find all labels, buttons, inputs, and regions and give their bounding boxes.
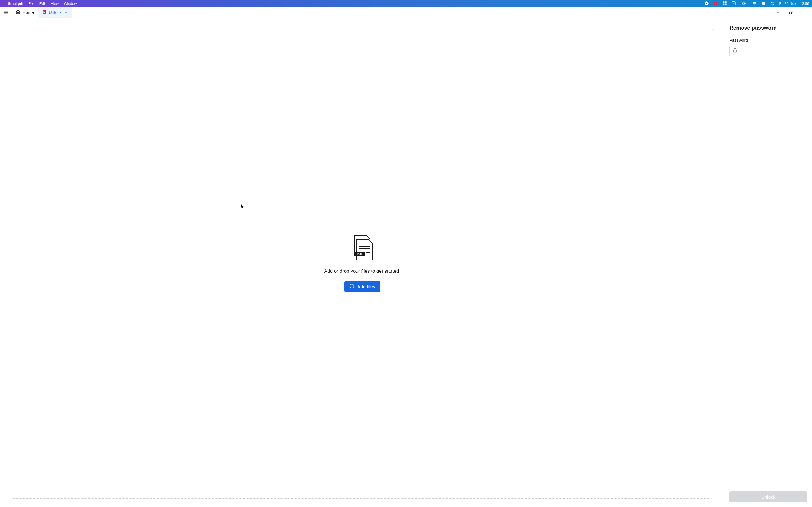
svg-rect-5 (725, 2, 726, 3)
svg-point-19 (773, 4, 774, 4)
svg-rect-3 (716, 2, 717, 5)
menu-edit[interactable]: Edit (40, 1, 46, 6)
menu-view[interactable]: View (51, 1, 59, 6)
svg-rect-6 (723, 4, 724, 5)
search-icon[interactable] (761, 1, 766, 6)
plus-circle-icon (349, 284, 354, 290)
panel-title: Remove password (729, 25, 808, 31)
svg-rect-1 (706, 3, 707, 4)
window-close-button[interactable] (799, 7, 809, 18)
tab-group: Home Unlock (12, 7, 72, 18)
right-pane: Remove password Password Unlock (725, 18, 812, 507)
svg-rect-7 (725, 4, 726, 5)
svg-rect-24 (43, 12, 45, 13)
svg-rect-2 (714, 2, 715, 5)
svg-text:A: A (733, 2, 735, 5)
menubar-time[interactable]: 13:56 (800, 1, 809, 6)
tab-home-label: Home (22, 10, 34, 15)
svg-rect-29 (790, 11, 792, 13)
window-controls (772, 7, 812, 18)
app-name[interactable]: Smallpdf (8, 1, 23, 6)
tab-close-button[interactable] (64, 10, 68, 14)
control-center-icon[interactable] (770, 1, 775, 6)
tab-unlock[interactable]: Unlock (38, 7, 72, 18)
menu-window[interactable]: Window (64, 1, 77, 6)
add-files-button[interactable]: Add files (344, 281, 380, 292)
record-icon[interactable] (704, 1, 709, 6)
svg-rect-4 (723, 2, 724, 3)
svg-text:PDF: PDF (357, 252, 363, 256)
unlock-button[interactable]: Unlock (729, 491, 808, 503)
window-maximize-button[interactable] (785, 7, 796, 18)
app-toolbar: Home Unlock (0, 7, 812, 18)
macos-menubar: Smallpdf File Edit View Window A Fri 26 (0, 0, 812, 7)
left-pane: PDF Add or drop your files to get starte… (0, 18, 725, 507)
hamburger-menu[interactable] (0, 7, 12, 18)
password-input[interactable] (738, 45, 804, 57)
wifi-icon[interactable] (752, 1, 757, 6)
tab-home[interactable]: Home (12, 7, 38, 18)
grid-icon[interactable] (722, 1, 727, 6)
app-body: PDF Add or drop your files to get starte… (0, 18, 812, 507)
svg-point-17 (771, 2, 772, 3)
lock-icon (732, 48, 738, 54)
menu-file[interactable]: File (29, 1, 35, 6)
password-input-container[interactable] (729, 45, 808, 57)
file-drop-zone[interactable]: PDF Add or drop your files to get starte… (11, 29, 714, 499)
svg-point-14 (762, 2, 765, 4)
pdf-stack-icon: PDF (351, 235, 373, 262)
input-icon[interactable]: A (731, 1, 736, 6)
battery-icon[interactable] (740, 1, 748, 6)
pause-icon[interactable] (713, 1, 718, 6)
window-minimize-button[interactable] (772, 7, 783, 18)
tab-unlock-label: Unlock (49, 10, 62, 15)
menubar-date[interactable]: Fri 26 Nov (779, 1, 796, 6)
unlock-icon (42, 10, 47, 15)
home-icon (16, 10, 20, 15)
drop-zone-prompt: Add or drop your files to get started. (324, 269, 400, 274)
password-field-label: Password (729, 38, 808, 43)
svg-line-15 (765, 4, 765, 5)
add-files-label: Add files (357, 284, 375, 289)
